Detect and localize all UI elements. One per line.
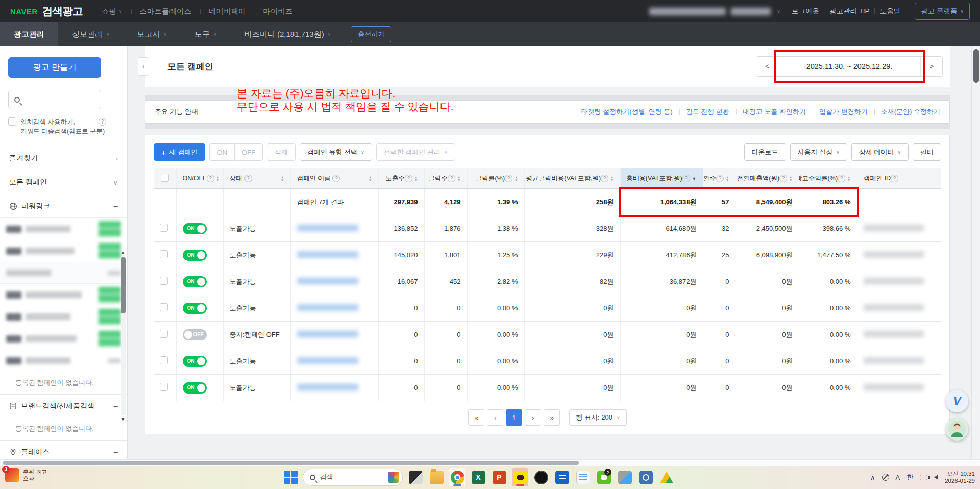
display-icon[interactable]	[920, 475, 927, 480]
sort-icon[interactable]: ▲▼	[610, 176, 614, 182]
campaign-name-cell[interactable]	[290, 348, 378, 375]
ime-latin-indicator[interactable]: A	[896, 474, 900, 481]
column-header[interactable]: 캠페인 ID?	[857, 168, 941, 189]
campaign-name-cell[interactable]	[290, 375, 378, 401]
taskbar-google-drive[interactable]	[658, 468, 675, 486]
row-checkbox[interactable]	[160, 303, 168, 311]
sidebar-campaign-item[interactable]	[0, 240, 127, 262]
help-icon[interactable]: ?	[601, 175, 608, 182]
sort-icon[interactable]: ▲▼	[514, 176, 518, 182]
help-icon[interactable]: ?	[838, 175, 845, 182]
taskbar-chrome[interactable]	[449, 468, 465, 486]
help-icon[interactable]: ?	[207, 175, 214, 182]
nav-tab[interactable]: 보고서∨	[124, 22, 181, 46]
detail-data-select[interactable]: 상세 데이터 ∨	[851, 143, 909, 161]
sidebar-campaign-item[interactable]	[0, 350, 127, 372]
consultant-avatar-floating-button[interactable]	[946, 418, 968, 441]
prev-page-button[interactable]: ‹	[487, 409, 503, 426]
on-button[interactable]: ON	[209, 143, 234, 161]
create-ad-button[interactable]: 광고 만들기	[8, 57, 101, 78]
sort-icon[interactable]: ▲▼	[726, 176, 729, 182]
column-header[interactable]: 캠페인 이름?▲▼	[290, 168, 378, 189]
topbar-menu[interactable]: 네이버페이	[200, 7, 255, 16]
collapse-minus-icon[interactable]: −	[113, 402, 118, 411]
start-button[interactable]	[284, 470, 298, 484]
guide-link[interactable]: 내광고 노출 확인하기	[736, 107, 813, 116]
help-icon[interactable]: ?	[99, 118, 106, 126]
sort-icon[interactable]: ▲▼	[847, 176, 850, 182]
help-icon[interactable]: ?	[716, 175, 724, 182]
ad-platform-button[interactable]: 광고 플랫폼 ∨	[915, 3, 970, 20]
row-checkbox[interactable]	[160, 277, 168, 285]
row-checkbox[interactable]	[160, 356, 168, 364]
campaign-name-cell[interactable]	[290, 295, 378, 322]
sidebar-search-input[interactable]	[8, 90, 101, 109]
guide-link[interactable]: 소재(문안) 수정하기	[874, 107, 940, 116]
help-icon[interactable]: ?	[244, 175, 252, 182]
help-icon[interactable]: ?	[448, 175, 455, 182]
sidebar-campaign-item[interactable]	[0, 306, 127, 328]
onoff-toggle[interactable]: ON	[183, 250, 207, 261]
notifications-off-icon[interactable]	[882, 474, 889, 481]
help-icon[interactable]: ?	[779, 175, 787, 182]
new-campaign-button[interactable]: + 새 캠페인	[154, 143, 205, 161]
sidebar-campaign-item[interactable]	[0, 262, 127, 284]
sort-icon[interactable]: ▲▼	[457, 176, 460, 182]
off-button[interactable]: OFF	[234, 143, 263, 161]
topbar-menu[interactable]: 스마트플레이스	[131, 7, 201, 16]
taskbar-file-explorer[interactable]	[428, 468, 445, 486]
topbar-menu[interactable]: 쇼핑∨	[93, 7, 131, 16]
sidebar-item-favorites[interactable]: 즐겨찾기 ›	[0, 146, 127, 170]
v-review-floating-button[interactable]: V	[946, 390, 968, 412]
filter-button[interactable]: 필터	[913, 143, 941, 161]
delete-button[interactable]: 삭제	[267, 143, 296, 161]
nav-tab[interactable]: 도구∨	[181, 22, 231, 46]
column-header[interactable]: 노출수?▲▼	[378, 168, 424, 189]
sidebar-section-powerlink[interactable]: 파워링크 −	[0, 194, 127, 217]
guide-link[interactable]: 검토 진행 현황	[679, 107, 736, 116]
column-header[interactable]: ON/OFF?▲▼	[176, 168, 223, 189]
date-range-value[interactable]: 2025.11.30. ~ 2025.12.29.	[778, 57, 921, 76]
download-button[interactable]: 다운로드	[744, 143, 786, 161]
collapse-minus-icon[interactable]: −	[113, 448, 118, 457]
vertical-scrollbar[interactable]	[971, 46, 980, 459]
sidebar-section-brand-search[interactable]: 브랜드검색/신제품검색 −	[0, 394, 127, 418]
sidebar-item-all-campaigns[interactable]: 모든 캠페인 ∨	[0, 170, 127, 194]
sidebar-campaign-item[interactable]	[0, 328, 127, 350]
campaign-type-select[interactable]: 캠페인 유형 선택 ∨	[300, 143, 372, 161]
onoff-toggle[interactable]: ON	[183, 303, 207, 314]
sort-icon[interactable]: ▲▼	[281, 176, 284, 182]
speaker-icon[interactable]	[934, 475, 938, 480]
taskbar-search-window[interactable]	[638, 468, 654, 486]
next-page-button[interactable]: ›	[525, 409, 541, 426]
sort-icon[interactable]: ▲▼	[216, 176, 219, 182]
sidebar-scrollbar[interactable]: ▲ ▼	[120, 250, 126, 422]
campaign-name-cell[interactable]	[290, 322, 378, 348]
topbar-link[interactable]: 광고관리 TIP	[824, 7, 875, 16]
page-1-button[interactable]: 1	[506, 409, 522, 426]
taskbar-kakaotalk[interactable]	[512, 468, 528, 486]
scroll-thumb[interactable]	[121, 257, 126, 313]
taskbar-recorder[interactable]	[533, 468, 549, 486]
topbar-menu[interactable]: 마이비즈	[255, 7, 302, 16]
sidebar-campaign-item[interactable]	[0, 284, 127, 306]
help-icon[interactable]: ?	[332, 175, 340, 182]
first-page-button[interactable]: «	[468, 409, 484, 426]
onoff-toggle[interactable]: OFF	[183, 329, 207, 340]
rows-per-page-select[interactable]: 행 표시: 200 ∨	[569, 409, 626, 426]
column-header[interactable]: 광고수익률(%)?▲▼	[799, 168, 857, 189]
tray-chevron-up-icon[interactable]: ∧	[870, 474, 875, 481]
column-header[interactable]: 클릭수?▲▼	[424, 168, 467, 189]
scroll-track[interactable]	[121, 256, 126, 415]
taskbar-app-blue[interactable]	[554, 468, 570, 486]
help-icon[interactable]: ?	[891, 175, 898, 182]
onoff-toggle[interactable]: ON	[183, 223, 207, 234]
taskbar-search[interactable]: 검색	[303, 469, 403, 486]
campaign-name-cell[interactable]	[290, 215, 378, 242]
charge-button[interactable]: 충전하기	[351, 26, 391, 42]
sort-icon[interactable]: ▲▼	[789, 176, 792, 182]
nav-tab[interactable]: 비즈머니 (2,181,713원)∨	[231, 22, 345, 46]
column-header[interactable]: 상태?▲▼	[223, 168, 290, 189]
manage-selected-select[interactable]: 선택한 캠페인 관리 ∨	[376, 143, 455, 161]
column-header[interactable]: 전환매출액(원)?▲▼	[736, 168, 799, 189]
